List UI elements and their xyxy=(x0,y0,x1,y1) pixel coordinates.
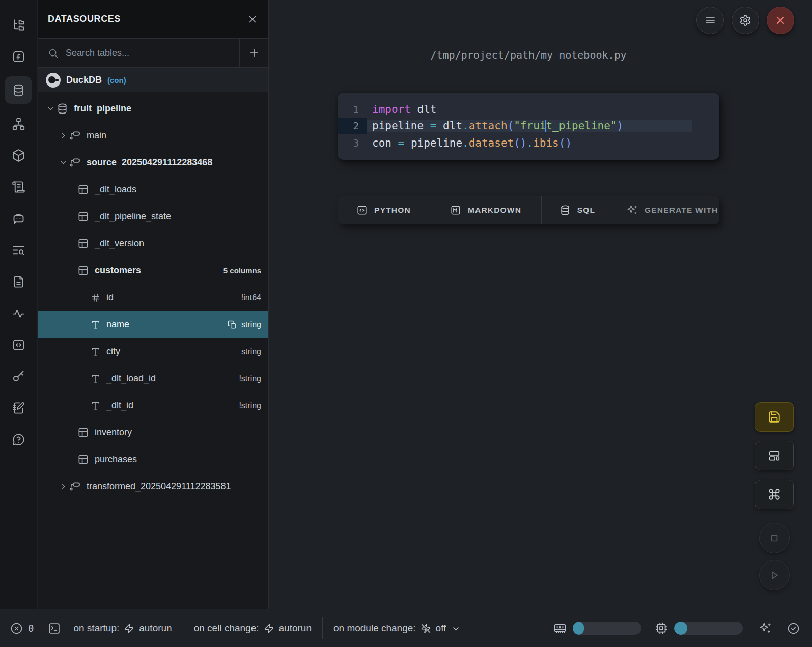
activity-item-activity[interactable] xyxy=(5,301,32,325)
statusbar-divider xyxy=(183,617,183,639)
activity-item-code-square[interactable] xyxy=(5,333,32,356)
activity-item-database[interactable] xyxy=(5,76,32,104)
code-line-2[interactable]: 2pipeline = dlt.attach("fruit_pipeline") xyxy=(338,118,719,134)
schema-icon xyxy=(69,130,81,142)
errors-indicator[interactable]: 0 xyxy=(10,622,34,635)
run-button[interactable] xyxy=(759,560,790,590)
tree-row-source_202504291112283468[interactable]: source_202504291112283468 xyxy=(38,149,268,176)
chevron-right-icon[interactable] xyxy=(57,482,69,491)
save-icon xyxy=(768,410,781,424)
tree-row-main[interactable]: main xyxy=(38,122,268,149)
terminal-button[interactable] xyxy=(48,622,61,635)
menu-button[interactable] xyxy=(696,7,724,34)
chevron-right-icon[interactable] xyxy=(57,131,69,140)
tree-row-fruit_pipeline[interactable]: fruit_pipeline xyxy=(38,95,268,122)
on-startup-setting[interactable]: on startup:autorun xyxy=(73,623,172,634)
status-bar: 0 on startup:autorunon cell change:autor… xyxy=(0,609,812,647)
ram-usage xyxy=(553,622,641,635)
tree-label: _dlt_loads xyxy=(95,184,136,195)
layout-button[interactable] xyxy=(755,441,794,470)
on-cell-change-setting[interactable]: on cell change:autorun xyxy=(194,623,312,634)
search-input[interactable] xyxy=(66,48,239,59)
key-icon xyxy=(12,370,25,383)
ram-meter xyxy=(573,622,641,635)
cpu-icon xyxy=(655,622,668,635)
connection-row[interactable]: DuckDB (con) xyxy=(38,68,268,92)
line-number: 3 xyxy=(338,137,367,149)
activity-item-function[interactable] xyxy=(5,45,32,68)
database-icon xyxy=(12,83,25,97)
tree-row-id[interactable]: id!int64 xyxy=(38,284,268,311)
sparkles-icon xyxy=(627,205,638,216)
code-text[interactable]: import dlt xyxy=(367,103,692,116)
generate-with-ai-button[interactable]: GENERATE WITH AI xyxy=(613,196,719,224)
tree-row-purchases[interactable]: purchases xyxy=(38,446,268,473)
activity-item-box[interactable] xyxy=(5,144,32,167)
ai-assistant-button[interactable] xyxy=(759,622,772,635)
activity-item-key[interactable] xyxy=(5,364,32,388)
activity-item-scroll[interactable] xyxy=(5,175,32,199)
database-icon xyxy=(559,205,571,216)
table-icon xyxy=(77,184,89,195)
datasources-panel: DATASOURCES DuckDB (con) fruit_pipelinem… xyxy=(38,0,269,609)
generate-with-ai-label: GENERATE WITH AI xyxy=(645,206,719,215)
tree-label: _dlt_load_id xyxy=(106,373,156,384)
code-text[interactable]: con = pipeline.dataset().ibis() xyxy=(367,137,692,149)
command-icon xyxy=(768,488,781,501)
on-module-change-value: off xyxy=(436,623,446,634)
tree-row-_dlt_pipeline_state[interactable]: _dlt_pipeline_state xyxy=(38,203,268,230)
on-cell-change-value: autorun xyxy=(279,623,312,634)
code-cell[interactable]: 1import dlt2pipeline = dlt.attach("fruit… xyxy=(338,93,719,160)
schema-icon xyxy=(69,481,81,492)
tree-row-customers[interactable]: customers5 columns xyxy=(38,257,268,284)
tree-label: _dlt_version xyxy=(95,238,144,249)
save-button[interactable] xyxy=(755,402,794,432)
network-icon xyxy=(12,117,25,131)
cpu-usage xyxy=(655,622,743,635)
settings-button[interactable] xyxy=(732,7,759,34)
code-line-3[interactable]: 3con = pipeline.dataset().ibis() xyxy=(338,134,719,151)
code-text[interactable]: pipeline = dlt.attach("fruit_pipeline") xyxy=(367,120,692,132)
add-markdown-cell-button[interactable]: MARKDOWN xyxy=(430,196,541,224)
activity-item-help[interactable] xyxy=(5,428,32,451)
tree-row-transformed_202504291112283581[interactable]: transformed_202504291112283581 xyxy=(38,473,268,500)
add-datasource-button[interactable] xyxy=(239,39,268,67)
stop-button[interactable] xyxy=(759,523,790,553)
chevron-down-icon[interactable] xyxy=(44,104,57,114)
duckdb-logo-icon xyxy=(46,73,61,88)
connection-status-button[interactable] xyxy=(787,622,800,635)
activity-item-notebook-pen[interactable] xyxy=(5,396,32,419)
add-sql-cell-button[interactable]: SQL xyxy=(541,196,613,224)
tree-row-name[interactable]: namestring xyxy=(38,311,268,338)
activity-item-log-search[interactable] xyxy=(5,238,32,262)
tree-meta: string xyxy=(228,320,268,329)
add-python-cell-button[interactable]: PYTHON xyxy=(338,196,430,224)
command-palette-button[interactable] xyxy=(755,480,794,509)
tree-meta-text: !string xyxy=(239,401,261,410)
shutdown-button[interactable] xyxy=(767,7,794,34)
activity-bar xyxy=(0,0,37,609)
terminal-icon xyxy=(48,622,61,635)
tree-row-_dlt_loads[interactable]: _dlt_loads xyxy=(38,176,268,203)
tree-row-_dlt_version[interactable]: _dlt_version xyxy=(38,230,268,257)
tree-row-inventory[interactable]: inventory xyxy=(38,419,268,446)
code-square-icon xyxy=(12,338,25,352)
floating-actions xyxy=(755,402,794,597)
on-module-change-setting[interactable]: on module change:off xyxy=(333,623,461,634)
activity-item-file-text[interactable] xyxy=(5,270,32,293)
close-panel-icon[interactable] xyxy=(247,14,258,25)
chevron-down-icon[interactable] xyxy=(57,158,69,167)
tree-row-city[interactable]: citystring xyxy=(38,338,268,365)
activity-item-network[interactable] xyxy=(5,112,32,135)
code-line-1[interactable]: 1import dlt xyxy=(338,101,719,118)
add-markdown-cell-label: MARKDOWN xyxy=(468,206,521,215)
notebook-path[interactable]: /tmp/project/path/my_notebook.py xyxy=(338,49,719,61)
tree-row-_dlt_id[interactable]: _dlt_id!string xyxy=(38,392,268,419)
cpu-meter-fill xyxy=(674,622,687,635)
activity-item-bot[interactable] xyxy=(5,207,32,230)
window-controls xyxy=(696,7,794,34)
tree-row-_dlt_load_id[interactable]: _dlt_load_id!string xyxy=(38,365,268,392)
search-box xyxy=(38,39,239,67)
activity-item-file-tree[interactable] xyxy=(5,13,32,37)
connection-alias: (con) xyxy=(107,76,126,85)
